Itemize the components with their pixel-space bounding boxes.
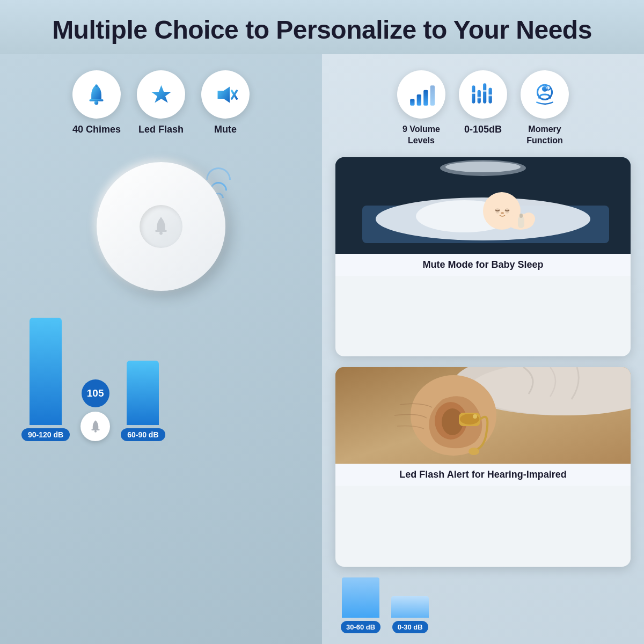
chimes-circle xyxy=(72,70,121,119)
svg-point-9 xyxy=(160,217,162,219)
bar-label-90-120: 90-120 dB xyxy=(21,428,70,441)
bar-90-120 xyxy=(30,318,62,425)
right-panel: 9 Volume Levels xyxy=(322,54,644,644)
led-label: Led Flash xyxy=(138,124,184,135)
svg-rect-22 xyxy=(482,90,487,92)
volume-number-badge: 105 xyxy=(82,379,109,407)
header-section: Multiple Choice to Personalize to Your N… xyxy=(0,0,644,54)
page-container: Multiple Choice to Personalize to Your N… xyxy=(0,0,644,644)
led-circle xyxy=(137,70,185,119)
small-doorbell xyxy=(80,412,110,441)
db-label: 0-105dB xyxy=(464,124,502,135)
feature-db: 0-105dB xyxy=(459,70,507,147)
doorbell-button xyxy=(140,205,182,248)
svg-point-11 xyxy=(94,430,97,432)
volume-bars-left: 90-120 dB 105 60-90 dB xyxy=(11,318,311,441)
svg-marker-3 xyxy=(151,85,171,103)
svg-rect-41 xyxy=(519,214,523,218)
memory-label: Momery Function xyxy=(526,124,563,147)
svg-rect-20 xyxy=(471,92,476,94)
right-feature-row: 9 Volume Levels xyxy=(335,70,631,147)
bar-label-30-60: 30-60 dB xyxy=(341,621,380,633)
ear-scene-svg xyxy=(335,367,631,464)
memory-line2: Function xyxy=(526,135,563,147)
ear-image xyxy=(335,367,631,464)
mute-label: Mute xyxy=(214,124,237,135)
svg-text:!: ! xyxy=(547,86,548,90)
baby-sleep-caption: Mute Mode for Baby Sleep xyxy=(335,254,631,276)
svg-point-8 xyxy=(159,232,163,235)
feature-mute: Mute xyxy=(201,70,250,135)
bar-30-60 xyxy=(342,577,379,618)
baby-scene-svg xyxy=(335,157,631,254)
memory-icon: ! xyxy=(531,81,558,108)
svg-rect-10 xyxy=(91,429,99,430)
svg-point-52 xyxy=(469,448,479,455)
svg-point-39 xyxy=(445,162,521,172)
svg-rect-7 xyxy=(155,230,167,232)
volume-bars-right: 30-60 dB 0-30 dB xyxy=(335,577,631,633)
feature-volume-levels: 9 Volume Levels xyxy=(397,70,445,147)
bar-0-30 xyxy=(391,596,429,618)
bar-60-90 xyxy=(127,361,159,425)
small-bell-icon xyxy=(88,419,103,434)
bar-group-30-60: 30-60 dB xyxy=(341,577,380,633)
svg-rect-21 xyxy=(477,97,482,98)
equalizer-icon xyxy=(470,81,496,108)
mute-icon xyxy=(214,83,238,107)
main-content: 40 Chimes xyxy=(0,54,644,644)
svg-point-35 xyxy=(501,212,504,214)
chimes-label: 40 Chimes xyxy=(72,124,121,135)
svg-rect-23 xyxy=(487,94,493,96)
svg-rect-18 xyxy=(483,83,486,104)
svg-rect-16 xyxy=(472,85,475,103)
left-panel: 40 Chimes xyxy=(0,54,322,644)
svg-rect-40 xyxy=(518,216,524,228)
baby-sleep-card: Mute Mode for Baby Sleep xyxy=(335,157,631,357)
wifi-arc-large xyxy=(206,167,231,180)
db-circle xyxy=(459,70,507,119)
volume-circle xyxy=(397,70,445,119)
feature-led: Led Flash xyxy=(137,70,185,135)
hearing-impaired-card: Led Flash Alert for Hearing-Impaired xyxy=(335,367,631,567)
svg-rect-15 xyxy=(430,85,435,106)
memory-line1: Momery xyxy=(526,124,563,135)
mute-circle xyxy=(201,70,250,119)
feature-memory: ! Momery Function xyxy=(521,70,569,147)
page-title: Multiple Choice to Personalize to Your N… xyxy=(11,15,633,45)
bar-label-0-30: 0-30 dB xyxy=(392,621,428,633)
svg-point-2 xyxy=(96,84,98,87)
doorbell-body xyxy=(97,162,225,291)
svg-rect-14 xyxy=(423,90,428,106)
svg-point-51 xyxy=(473,414,477,419)
volume-levels-line1: 9 Volume xyxy=(402,124,440,135)
volume-levels-line2: Levels xyxy=(402,135,440,147)
bar-group-90-120: 90-120 dB xyxy=(21,318,70,441)
star-icon xyxy=(149,83,173,107)
svg-rect-13 xyxy=(417,94,421,106)
badge-area: 105 xyxy=(80,379,110,441)
left-feature-row: 40 Chimes xyxy=(11,70,311,135)
doorbell-bell-icon xyxy=(150,216,172,237)
memory-circle: ! xyxy=(521,70,569,119)
doorbell-display xyxy=(86,151,236,302)
svg-marker-4 xyxy=(217,86,230,103)
hearing-impaired-caption: Led Flash Alert for Hearing-Impaired xyxy=(335,464,631,486)
volume-levels-label: 9 Volume Levels xyxy=(402,124,440,147)
svg-rect-12 xyxy=(410,99,414,106)
bell-icon xyxy=(84,83,108,107)
svg-point-1 xyxy=(94,100,99,105)
bar-group-60-90: 60-90 dB xyxy=(121,361,165,441)
volume-bars-icon xyxy=(408,81,435,108)
bar-group-0-30: 0-30 dB xyxy=(391,596,429,633)
baby-image xyxy=(335,157,631,254)
feature-chimes: 40 Chimes xyxy=(72,70,121,135)
bar-label-60-90: 60-90 dB xyxy=(121,428,165,441)
